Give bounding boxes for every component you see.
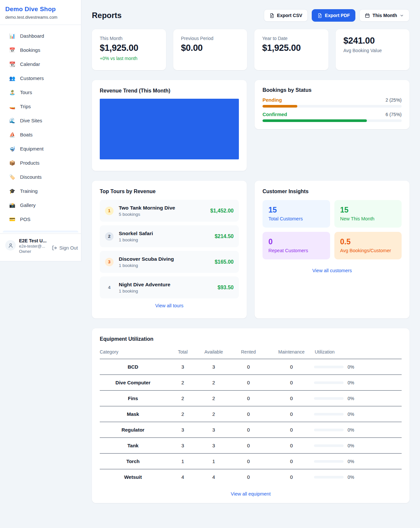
stat-card-this-month: This Month $1,925.00 +0% vs last month (92, 29, 166, 70)
sidebar-item-label: Customers (20, 75, 44, 81)
status-count-pending: 2 (25%) (386, 97, 402, 103)
insight-label: Avg Bookings/Customer (340, 248, 396, 253)
stat-cards: This Month $1,925.00 +0% vs last month P… (92, 29, 410, 70)
nav-icon: 🎓 (9, 189, 15, 193)
sidebar-item[interactable]: 👥 Customers (3, 72, 78, 84)
table-row: Tank 3 3 0 0 0% (100, 438, 402, 454)
column-header-available: Available (200, 345, 228, 359)
bookings-by-status-title: Bookings by Status (262, 87, 402, 93)
sidebar-item[interactable]: 📊 Dashboard (3, 30, 78, 41)
header-actions: Export CSV Export PDF This Month (264, 9, 410, 22)
cell-maintenance: 0 (269, 359, 314, 375)
sign-out-label: Sign Out (59, 245, 78, 251)
page-title: Reports (92, 11, 122, 20)
sidebar-item[interactable]: 🌊 Dive Sites (3, 115, 78, 126)
insight-value: 15 (340, 206, 396, 214)
stat-label: This Month (100, 36, 158, 41)
cell-available: 2 (200, 375, 228, 391)
main-content: Reports Export CSV Export PDF This Month… (81, 0, 420, 516)
insight-value: 0 (268, 237, 324, 246)
sidebar-item-label: Calendar (20, 61, 40, 67)
cell-rented: 0 (228, 406, 269, 422)
cell-maintenance: 0 (269, 454, 314, 469)
cell-rented: 0 (228, 422, 269, 438)
sidebar: Demo Dive Shop demo.test.divestreams.com… (0, 0, 81, 261)
table-header-row: Category Total Available Rented Maintena… (100, 345, 402, 359)
export-csv-label: Export CSV (277, 13, 302, 18)
table-row: BCD 3 3 0 0 0% (100, 359, 402, 375)
sidebar-item[interactable]: 📅 Bookings (3, 44, 78, 55)
mid-row: Top Tours by Revenue 1 Two Tank Morning … (92, 181, 410, 318)
tour-info: Two Tank Morning Dive 5 bookings (119, 205, 205, 217)
tours-list: 1 Two Tank Morning Dive 5 bookings $1,45… (100, 200, 239, 298)
sidebar-item[interactable]: 🏷️ Discounts (3, 171, 78, 182)
nav-icon: 🤿 (9, 146, 15, 151)
sidebar-item[interactable]: 💳 POS (3, 213, 78, 225)
column-header-total: Total (166, 345, 199, 359)
status-row-pending: Pending 2 (25%) (262, 97, 402, 108)
chevron-down-icon (400, 13, 404, 18)
sidebar-item[interactable]: 🏝️ Tours (3, 87, 78, 98)
tour-name: Discover Scuba Diving (119, 256, 209, 262)
sidebar-item-label: Training (20, 188, 38, 194)
cell-maintenance: 0 (269, 438, 314, 454)
file-download-icon (317, 13, 322, 18)
stat-delta: +0% vs last month (100, 56, 158, 61)
utilization-percent: 0% (347, 364, 354, 370)
utilization-bar (314, 444, 344, 447)
export-csv-button[interactable]: Export CSV (264, 9, 308, 22)
shop-name[interactable]: Demo Dive Shop (5, 6, 73, 13)
nav-icon: 📸 (9, 203, 15, 208)
file-download-icon (269, 13, 274, 18)
sidebar-item-reports-active-clipped[interactable] (3, 231, 78, 233)
sign-out-button[interactable]: Sign Out (52, 245, 78, 251)
sidebar-item-label: Products (20, 160, 39, 166)
sidebar-item-label: Dive Sites (20, 118, 42, 123)
stat-value: $241.00 (344, 36, 402, 46)
revenue-trend-card: Revenue Trend (This Month) (92, 80, 247, 171)
sidebar-item-label: Discounts (20, 174, 42, 180)
status-bar-track (262, 105, 402, 108)
stat-card-avg-booking-value: $241.00 Avg Booking Value (336, 29, 410, 70)
table-row: Dive Computer 2 2 0 0 0% (100, 375, 402, 391)
customer-insights-card: Customer Insights 15 Total Customers 15 … (255, 181, 410, 318)
sidebar-item-label: POS (20, 216, 31, 222)
view-all-customers-link[interactable]: View all customers (262, 268, 402, 273)
sidebar-item-label: Boats (20, 132, 32, 137)
sidebar-item[interactable]: 🤿 Equipment (3, 143, 78, 154)
sidebar-item[interactable]: ⛵ Boats (3, 129, 78, 140)
cell-category: Mask (100, 406, 166, 422)
nav-icon: 👥 (9, 76, 15, 81)
sidebar-item[interactable]: 📸 Gallery (3, 199, 78, 211)
insights-grid: 15 Total Customers 15 New This Month 0 R… (262, 200, 402, 259)
view-all-equipment-link[interactable]: View all equipment (100, 491, 402, 497)
cell-total: 3 (166, 359, 199, 375)
equipment-utilization-title: Equipment Utilization (100, 336, 402, 342)
period-dropdown[interactable]: This Month (359, 9, 410, 22)
view-all-tours-link[interactable]: View all tours (100, 303, 239, 308)
sidebar-item[interactable]: 🚤 Trips (3, 101, 78, 112)
cell-available: 3 (200, 359, 228, 375)
tour-info: Night Dive Adventure 1 booking (119, 282, 212, 294)
sidebar-item-label: Dashboard (20, 33, 44, 39)
cell-total: 3 (166, 422, 199, 438)
cell-available: 2 (200, 406, 228, 422)
nav-icon: ⛵ (9, 132, 15, 137)
nav-icon: 🏷️ (9, 174, 15, 179)
cell-utilization: 0% (314, 469, 402, 485)
sidebar-user-footer: E2E Test U... e2e-tester@... Owner Sign … (0, 234, 81, 261)
status-count-confirmed: 6 (75%) (386, 112, 402, 117)
nav-icon: 🌊 (9, 118, 15, 123)
sidebar-item[interactable]: 🎓 Training (3, 185, 78, 196)
insight-label: New This Month (340, 216, 396, 221)
revenue-bar-chart (100, 99, 239, 159)
sidebar-item[interactable]: 📆 Calendar (3, 58, 78, 70)
sidebar-item[interactable]: 📦 Products (3, 157, 78, 168)
utilization-percent: 0% (347, 475, 354, 480)
tour-row: 3 Discover Scuba Diving 1 booking $165.0… (100, 251, 239, 273)
cell-rented: 0 (228, 454, 269, 469)
cell-utilization: 0% (314, 454, 402, 469)
nav-icon: 💳 (9, 217, 15, 222)
export-pdf-button[interactable]: Export PDF (312, 9, 355, 22)
table-row: Wetsuit 4 4 0 0 0% (100, 469, 402, 485)
